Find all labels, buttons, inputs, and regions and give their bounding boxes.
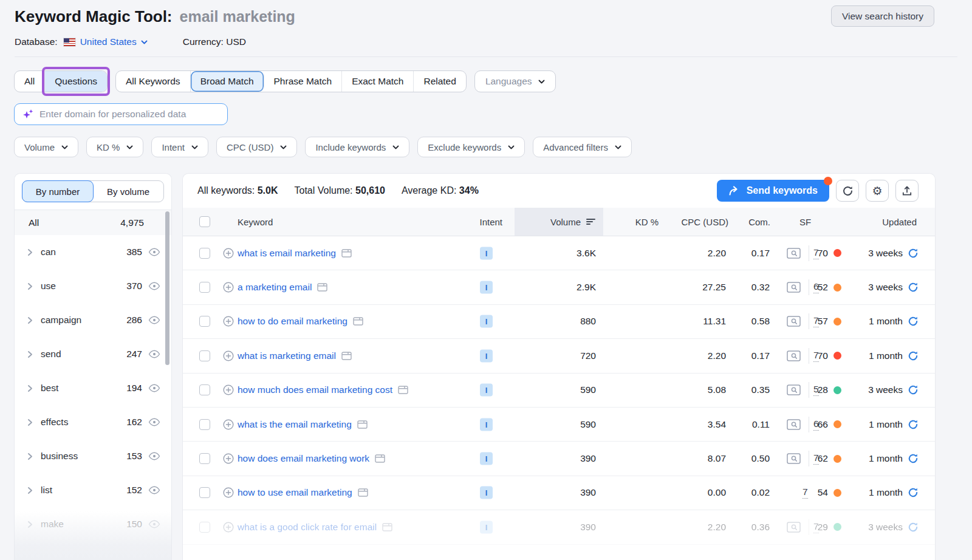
domain-input[interactable] xyxy=(39,109,219,120)
keyword-link[interactable]: what is marketing email xyxy=(238,350,336,361)
serp-features-count[interactable]: 7 xyxy=(803,487,808,499)
serp-features-count[interactable]: 7 xyxy=(813,521,819,533)
keyword-link[interactable]: how to do email marketing xyxy=(238,316,347,327)
keyword-link[interactable]: what is email marketing xyxy=(238,248,336,259)
add-keyword-icon[interactable] xyxy=(223,248,234,259)
by-number-toggle[interactable]: By number xyxy=(22,180,94,202)
keyword-link[interactable]: how much does email marketing cost xyxy=(238,384,392,395)
tab-exact-match[interactable]: Exact Match xyxy=(342,71,414,92)
column-header-updated[interactable]: Updated xyxy=(882,217,917,227)
chevron-right-icon[interactable] xyxy=(27,316,33,324)
filter-intent[interactable]: Intent xyxy=(151,137,208,157)
filter-kd-[interactable]: KD % xyxy=(86,137,143,157)
tab-phrase-match[interactable]: Phrase Match xyxy=(264,71,343,92)
send-keywords-button[interactable]: Send keywords xyxy=(717,180,829,202)
add-keyword-icon[interactable] xyxy=(223,522,234,533)
serp-snapshot-icon[interactable] xyxy=(787,419,801,430)
eye-icon[interactable] xyxy=(148,486,160,494)
keyword-link[interactable]: what is a good click rate for email xyxy=(238,522,377,533)
settings-button[interactable]: ⚙ xyxy=(866,180,889,202)
eye-icon[interactable] xyxy=(148,282,160,290)
filter-cpc-usd-[interactable]: CPC (USD) xyxy=(216,137,298,157)
filter-advanced-filters[interactable]: Advanced filters xyxy=(533,137,632,157)
serp-features-count[interactable]: 7 xyxy=(813,247,819,259)
eye-icon[interactable] xyxy=(148,316,160,324)
update-metrics-icon[interactable] xyxy=(908,453,919,464)
serp-window-icon[interactable] xyxy=(341,249,352,258)
tab-related[interactable]: Related xyxy=(414,71,465,92)
row-checkbox[interactable] xyxy=(199,522,210,533)
refresh-button[interactable] xyxy=(836,180,859,202)
serp-features-count[interactable]: 6 xyxy=(813,418,819,431)
tab-broad-match[interactable]: Broad Match xyxy=(191,71,264,92)
sidebar-item-effects[interactable]: effects162 xyxy=(15,405,171,439)
chevron-right-icon[interactable] xyxy=(27,248,33,256)
eye-icon[interactable] xyxy=(148,350,160,358)
eye-icon[interactable] xyxy=(148,452,160,460)
view-search-history-button[interactable]: View search history xyxy=(831,5,934,27)
serp-features-count[interactable]: 6 xyxy=(813,281,819,293)
row-checkbox[interactable] xyxy=(199,316,210,327)
filter-volume[interactable]: Volume xyxy=(14,137,78,157)
sidebar-item-list[interactable]: list152 xyxy=(15,473,171,507)
add-keyword-icon[interactable] xyxy=(223,419,234,430)
tab-all[interactable]: All xyxy=(15,71,45,92)
serp-snapshot-icon[interactable] xyxy=(787,350,801,361)
add-keyword-icon[interactable] xyxy=(223,316,234,327)
serp-features-count[interactable]: 7 xyxy=(813,452,819,465)
sidebar-item-all[interactable]: All 4,975 xyxy=(15,210,171,235)
filter-exclude-keywords[interactable]: Exclude keywords xyxy=(417,137,525,157)
add-keyword-icon[interactable] xyxy=(223,384,234,395)
eye-icon[interactable] xyxy=(148,520,160,528)
serp-features-count[interactable]: 5 xyxy=(813,384,819,396)
serp-snapshot-icon[interactable] xyxy=(787,384,801,395)
update-metrics-icon[interactable] xyxy=(908,419,919,430)
row-checkbox[interactable] xyxy=(199,350,210,361)
add-keyword-icon[interactable] xyxy=(223,282,234,293)
column-header-kd[interactable]: KD % xyxy=(635,217,659,227)
update-metrics-icon[interactable] xyxy=(908,282,919,293)
filter-include-keywords[interactable]: Include keywords xyxy=(305,137,409,157)
serp-window-icon[interactable] xyxy=(341,352,352,360)
update-metrics-icon[interactable] xyxy=(908,350,919,361)
serp-features-count[interactable]: 7 xyxy=(813,315,819,327)
column-header-cpc[interactable]: CPC (USD) xyxy=(682,217,729,227)
chevron-right-icon[interactable] xyxy=(27,282,33,290)
row-checkbox[interactable] xyxy=(199,419,210,430)
update-metrics-icon[interactable] xyxy=(908,522,919,533)
chevron-right-icon[interactable] xyxy=(27,521,33,528)
serp-window-icon[interactable] xyxy=(382,523,392,531)
domain-input-box[interactable] xyxy=(14,103,228,125)
row-checkbox[interactable] xyxy=(199,487,210,498)
serp-snapshot-icon[interactable] xyxy=(787,282,801,293)
sidebar-item-send[interactable]: send247 xyxy=(15,337,171,371)
select-all-checkbox[interactable] xyxy=(199,216,210,227)
export-button[interactable] xyxy=(895,180,919,202)
add-keyword-icon[interactable] xyxy=(223,350,234,361)
serp-snapshot-icon[interactable] xyxy=(787,248,801,259)
tab-questions[interactable]: Questions xyxy=(45,71,107,92)
row-checkbox[interactable] xyxy=(199,384,210,395)
serp-snapshot-icon[interactable] xyxy=(787,522,801,533)
chevron-right-icon[interactable] xyxy=(27,350,33,358)
serp-snapshot-icon[interactable] xyxy=(787,453,801,464)
chevron-right-icon[interactable] xyxy=(27,487,33,494)
eye-icon[interactable] xyxy=(148,248,160,256)
by-volume-toggle[interactable]: By volume xyxy=(93,181,163,202)
sidebar-item-can[interactable]: can385 xyxy=(15,235,171,269)
update-metrics-icon[interactable] xyxy=(908,384,919,395)
row-checkbox[interactable] xyxy=(199,282,210,293)
sidebar-item-business[interactable]: business153 xyxy=(15,439,171,473)
row-checkbox[interactable] xyxy=(199,453,210,464)
serp-window-icon[interactable] xyxy=(398,386,408,394)
chevron-right-icon[interactable] xyxy=(27,418,33,426)
update-metrics-icon[interactable] xyxy=(908,248,919,259)
serp-window-icon[interactable] xyxy=(358,488,368,497)
keyword-link[interactable]: a marketing email xyxy=(238,282,312,293)
keyword-link[interactable]: how to use email marketing xyxy=(238,487,352,498)
add-keyword-icon[interactable] xyxy=(223,453,234,464)
column-header-volume[interactable]: Volume xyxy=(515,208,603,236)
sidebar-item-campaign[interactable]: campaign286 xyxy=(15,303,171,337)
column-header-com[interactable]: Com. xyxy=(748,217,770,227)
chevron-right-icon[interactable] xyxy=(27,452,33,460)
